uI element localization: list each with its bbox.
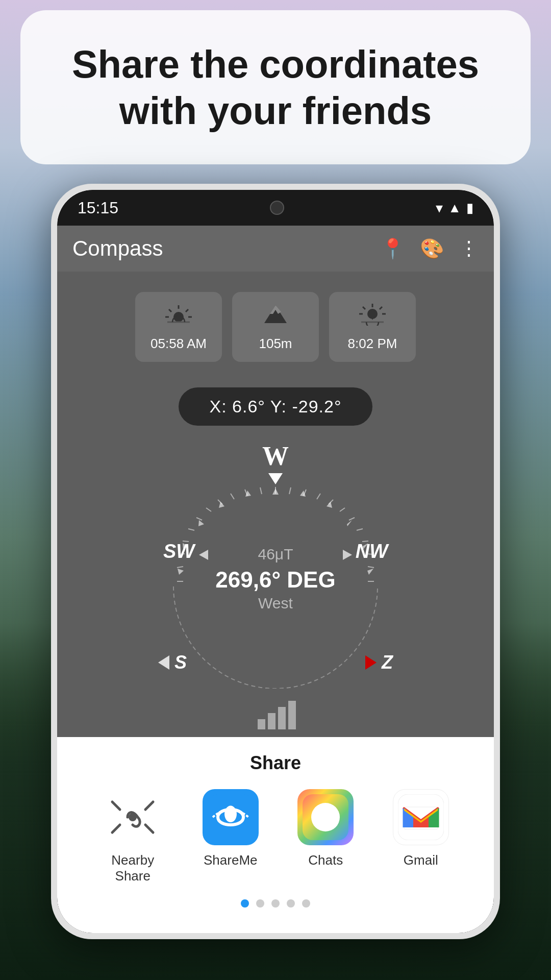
z-arrow <box>365 655 377 670</box>
signal-icon: ▲ <box>448 200 461 216</box>
phone-screen: 15:15 ▾ ▲ ▮ Compass 📍 🎨 ⋮ <box>57 190 494 933</box>
nearby-share-icon <box>105 789 161 845</box>
signal-bars <box>57 699 494 736</box>
share-apps-row: Nearby Share ShareMe <box>72 789 479 884</box>
svg-rect-52 <box>258 719 265 729</box>
dot-1 <box>241 899 249 908</box>
dot-5 <box>302 899 310 908</box>
battery-icon: ▮ <box>466 200 473 216</box>
location-icon[interactable]: 📍 <box>381 237 405 260</box>
svg-line-14 <box>380 307 382 309</box>
app-bar-icons: 📍 🎨 ⋮ <box>381 237 479 260</box>
status-bar: 15:15 ▾ ▲ ▮ <box>57 190 494 226</box>
s-arrow <box>158 655 169 670</box>
status-time: 15:15 <box>78 199 118 217</box>
dot-4 <box>287 899 295 908</box>
share-app-shareme[interactable]: ShareMe <box>203 789 259 884</box>
svg-line-12 <box>363 307 365 309</box>
cardinal-z: Z <box>382 652 393 673</box>
compass-rose: SW NW 46μT 269,6° DEG West S <box>148 484 403 689</box>
w-arrow-triangle <box>268 473 283 484</box>
palette-icon[interactable]: 🎨 <box>420 237 444 260</box>
more-icon[interactable]: ⋮ <box>459 237 479 260</box>
svg-marker-43 <box>219 502 224 508</box>
share-app-gmail[interactable]: Gmail <box>393 789 449 884</box>
svg-line-59 <box>145 825 153 832</box>
svg-point-63 <box>311 803 340 831</box>
s-indicator: S <box>158 652 187 673</box>
svg-rect-54 <box>278 707 286 729</box>
sunrise-time: 05:58 AM <box>148 336 209 352</box>
svg-line-57 <box>112 825 120 832</box>
top-card-title: Share the coordinates with your friends <box>51 41 500 134</box>
svg-line-39 <box>368 567 374 568</box>
svg-line-2 <box>169 309 171 312</box>
svg-line-35 <box>349 518 355 520</box>
gmail-icon <box>393 789 449 845</box>
cardinal-sw: SW <box>163 541 194 562</box>
svg-marker-48 <box>327 502 332 508</box>
svg-marker-44 <box>198 520 204 526</box>
svg-line-58 <box>145 802 153 810</box>
share-app-chats[interactable]: Chats <box>297 789 354 884</box>
dot-2 <box>256 899 264 908</box>
degrees-value: 269,6° DEG <box>199 567 352 593</box>
z-indicator: Z <box>365 652 393 673</box>
svg-line-19 <box>260 487 262 494</box>
app-bar: Compass 📍 🎨 ⋮ <box>57 226 494 272</box>
microtesla-value: 46μT <box>199 546 352 563</box>
svg-line-24 <box>196 518 202 520</box>
camera-cutout <box>270 201 284 215</box>
sunrise-card: 05:58 AM <box>135 292 222 362</box>
svg-line-34 <box>340 508 345 511</box>
chats-label: Chats <box>308 852 343 868</box>
svg-line-28 <box>177 567 183 568</box>
shareme-icon <box>203 789 259 845</box>
compass-w-label: W <box>57 441 494 484</box>
svg-marker-46 <box>178 569 184 575</box>
cardinal-s: S <box>174 652 187 673</box>
coordinates-badge: X: 6.6° Y: -29.2° <box>179 387 372 426</box>
sunset-card: 8:02 PM <box>329 292 416 362</box>
shareme-label: ShareMe <box>204 852 258 868</box>
dot-3 <box>271 899 280 908</box>
gmail-label: Gmail <box>404 852 438 868</box>
wifi-icon: ▾ <box>436 200 443 216</box>
svg-marker-41 <box>272 488 279 495</box>
svg-point-60 <box>129 813 137 821</box>
svg-line-30 <box>289 487 291 494</box>
share-app-nearby[interactable]: Nearby Share <box>102 789 163 884</box>
svg-marker-51 <box>367 569 373 575</box>
nearby-share-label: Nearby Share <box>102 852 163 884</box>
share-sheet: Share Nearby Share <box>57 737 494 933</box>
svg-line-56 <box>112 802 120 810</box>
compass-center-info: 46μT 269,6° DEG West <box>199 546 352 612</box>
svg-rect-55 <box>288 701 296 729</box>
status-icons: ▾ ▲ ▮ <box>436 200 473 216</box>
svg-line-4 <box>186 309 188 312</box>
w-arrow <box>57 473 494 484</box>
pagination-dots <box>72 899 479 908</box>
top-card: Share the coordinates with your friends <box>20 10 531 164</box>
share-title: Share <box>72 752 479 774</box>
phone-frame: 15:15 ▾ ▲ ▮ Compass 📍 🎨 ⋮ <box>51 184 500 939</box>
svg-line-36 <box>357 529 363 530</box>
cardinal-nw: NW <box>356 541 388 562</box>
altitude-card: 105m <box>232 292 319 362</box>
mountain-icon <box>245 302 306 332</box>
chats-icon <box>297 789 354 845</box>
svg-line-25 <box>188 529 194 530</box>
svg-line-21 <box>231 494 234 499</box>
sunrise-icon <box>148 302 209 332</box>
cardinal-w-top: W <box>262 442 289 471</box>
svg-rect-53 <box>268 713 276 729</box>
info-cards-row: 05:58 AM 105m <box>57 272 494 372</box>
svg-line-32 <box>317 494 320 499</box>
svg-marker-49 <box>347 520 352 526</box>
svg-line-23 <box>206 508 211 511</box>
sunset-icon <box>342 302 403 332</box>
altitude-value: 105m <box>245 336 306 352</box>
direction-value: West <box>199 595 352 612</box>
app-title: Compass <box>72 236 381 261</box>
sunset-time: 8:02 PM <box>342 336 403 352</box>
